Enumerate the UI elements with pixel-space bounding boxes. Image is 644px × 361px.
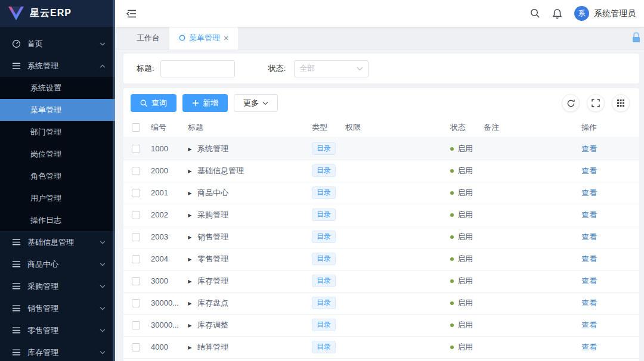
row-checkbox[interactable] xyxy=(132,211,140,219)
select-all-checkbox[interactable] xyxy=(132,123,140,132)
tab-label: 菜单管理 xyxy=(189,33,220,43)
sidebar-item-采购管理[interactable]: 采购管理 xyxy=(0,275,115,297)
bell-icon[interactable] xyxy=(552,8,562,19)
row-checkbox[interactable] xyxy=(132,167,140,175)
row-checkbox[interactable] xyxy=(132,343,140,351)
row-checkbox[interactable] xyxy=(132,255,140,263)
fullscreen-icon[interactable] xyxy=(587,94,605,112)
status-text: 启用 xyxy=(457,144,473,154)
list-icon xyxy=(12,304,21,313)
chevron-down-icon xyxy=(100,329,106,332)
expand-caret-icon[interactable]: ▶ xyxy=(188,322,191,328)
sidebar-subitem-菜单管理[interactable]: 菜单管理 xyxy=(0,99,115,121)
collapse-sidebar-icon[interactable] xyxy=(126,8,138,19)
row-checkbox[interactable] xyxy=(132,277,140,285)
table-row: 30000... ▶ 库存调整 目录 启用 查看 xyxy=(123,314,639,336)
sidebar-item-首页[interactable]: 首页 xyxy=(0,33,115,55)
query-button[interactable]: 查询 xyxy=(131,94,177,112)
row-id: 2001 xyxy=(147,182,184,204)
row-remark xyxy=(480,314,578,336)
sidebar-scrollbar[interactable] xyxy=(113,0,115,361)
sidebar-subitem-用户管理[interactable]: 用户管理 xyxy=(0,187,115,209)
type-tag: 目录 xyxy=(312,297,336,310)
view-link[interactable]: 查看 xyxy=(581,144,597,153)
sidebar-subitem-系统设置[interactable]: 系统设置 xyxy=(0,77,115,99)
view-link[interactable]: 查看 xyxy=(581,232,597,241)
view-link[interactable]: 查看 xyxy=(581,166,597,175)
more-button[interactable]: 更多 xyxy=(234,94,278,112)
view-link[interactable]: 查看 xyxy=(581,254,597,263)
row-permission xyxy=(342,248,447,270)
sidebar-subitem-角色管理[interactable]: 角色管理 xyxy=(0,165,115,187)
table-row: 1000 ▶ 系统管理 目录 启用 查看 xyxy=(123,138,639,160)
table-row: 2003 ▶ 销售管理 目录 启用 查看 xyxy=(123,226,639,248)
filter-title-input[interactable] xyxy=(160,60,235,77)
toolbar: 查询 新增 更多 xyxy=(123,94,639,118)
filter-title-label: 标题: xyxy=(137,63,154,74)
sidebar-item-销售管理[interactable]: 销售管理 xyxy=(0,297,115,319)
row-remark xyxy=(480,226,578,248)
status-dot xyxy=(450,279,454,283)
tab-close-icon[interactable]: × xyxy=(224,34,228,42)
sidebar-item-label: 系统管理 xyxy=(27,61,58,71)
status-text: 启用 xyxy=(457,276,473,287)
add-button[interactable]: 新增 xyxy=(182,94,228,112)
row-checkbox[interactable] xyxy=(132,145,140,153)
app-title: 星云ERP xyxy=(30,7,72,20)
user-menu[interactable]: 系 系统管理员 xyxy=(574,6,636,21)
view-link[interactable]: 查看 xyxy=(581,343,597,351)
plus-icon xyxy=(192,99,199,107)
row-permission xyxy=(342,204,447,226)
row-checkbox[interactable] xyxy=(132,233,140,241)
view-link[interactable]: 查看 xyxy=(581,298,597,307)
sidebar-item-基础信息管理[interactable]: 基础信息管理 xyxy=(0,231,115,253)
search-icon[interactable] xyxy=(530,8,540,18)
lock-icon[interactable] xyxy=(631,32,642,43)
list-icon xyxy=(12,326,21,335)
sidebar-item-零售管理[interactable]: 零售管理 xyxy=(0,319,115,341)
avatar: 系 xyxy=(574,6,589,21)
view-link[interactable]: 查看 xyxy=(581,320,597,329)
expand-caret-icon[interactable]: ▶ xyxy=(188,278,191,284)
sidebar-item-系统管理[interactable]: 系统管理 xyxy=(0,55,115,77)
tab-menu-management[interactable]: 菜单管理 × xyxy=(169,27,238,49)
sidebar: 星云ERP 首页 系统管理 系统设置菜单管理部门管理岗位管理角色管理用户管理操作… xyxy=(0,0,115,361)
logo[interactable]: 星云ERP xyxy=(0,0,115,27)
view-link[interactable]: 查看 xyxy=(581,276,597,285)
column-settings-icon[interactable] xyxy=(612,94,630,112)
row-checkbox[interactable] xyxy=(132,299,140,307)
expand-caret-icon[interactable]: ▶ xyxy=(188,234,191,239)
filter-status-select[interactable]: 全部 xyxy=(294,60,369,77)
col-remark: 备注 xyxy=(480,118,578,138)
view-link[interactable]: 查看 xyxy=(581,210,597,219)
status-text: 启用 xyxy=(457,166,473,176)
expand-caret-icon[interactable]: ▶ xyxy=(188,212,191,217)
sidebar-subitem-操作日志[interactable]: 操作日志 xyxy=(0,209,115,231)
row-id: 4000 xyxy=(147,336,184,358)
row-title: 销售管理 xyxy=(197,232,228,242)
expand-caret-icon[interactable]: ▶ xyxy=(188,256,191,262)
sidebar-item-库存管理[interactable]: 库存管理 xyxy=(0,341,115,361)
row-id: 30000... xyxy=(147,314,184,336)
type-tag: 目录 xyxy=(312,142,336,155)
app-logo-icon xyxy=(8,7,24,20)
filter-status-label: 状态: xyxy=(268,63,286,74)
tab-workbench[interactable]: 工作台 xyxy=(127,27,169,49)
view-link[interactable]: 查看 xyxy=(581,188,597,197)
expand-caret-icon[interactable]: ▶ xyxy=(188,190,191,195)
sidebar-subitem-部门管理[interactable]: 部门管理 xyxy=(0,121,115,143)
refresh-icon[interactable] xyxy=(562,94,580,112)
row-checkbox[interactable] xyxy=(132,321,140,329)
row-title: 零售管理 xyxy=(197,254,228,264)
tab-refresh-icon[interactable] xyxy=(179,35,185,41)
table-row: 2004 ▶ 零售管理 目录 启用 查看 xyxy=(123,248,639,270)
row-checkbox[interactable] xyxy=(132,189,140,197)
row-remark xyxy=(480,248,578,270)
expand-caret-icon[interactable]: ▶ xyxy=(188,300,191,306)
row-permission xyxy=(342,138,447,160)
expand-caret-icon[interactable]: ▶ xyxy=(188,146,191,151)
sidebar-subitem-岗位管理[interactable]: 岗位管理 xyxy=(0,143,115,165)
expand-caret-icon[interactable]: ▶ xyxy=(188,168,191,173)
sidebar-item-商品中心[interactable]: 商品中心 xyxy=(0,253,115,275)
expand-caret-icon[interactable]: ▶ xyxy=(188,344,191,350)
